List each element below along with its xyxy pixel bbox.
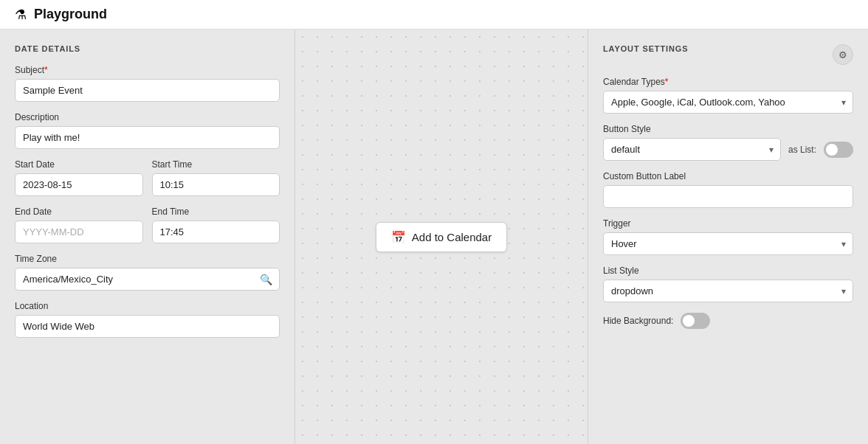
calendar-types-select[interactable]: Apple, Google, iCal, Outlook.com, Yahoo — [603, 91, 853, 114]
start-date-input[interactable] — [15, 173, 143, 196]
list-style-wrapper: dropdown ▾ — [603, 280, 853, 302]
subject-group: Subject* — [15, 65, 280, 102]
page-title: Playground — [34, 7, 107, 22]
end-date-input[interactable] — [15, 221, 143, 243]
left-panel: DATE DETAILS Subject* Description Start … — [0, 30, 295, 444]
location-input[interactable] — [15, 315, 280, 338]
start-date-label: Start Date — [15, 159, 143, 170]
location-label: Location — [15, 301, 280, 311]
timezone-input[interactable] — [15, 268, 280, 291]
timezone-label: Time Zone — [15, 254, 280, 264]
list-style-select[interactable]: dropdown — [603, 280, 853, 302]
list-style-group: List Style dropdown ▾ — [603, 266, 853, 302]
gear-icon: ⚙ — [838, 49, 847, 60]
trigger-group: Trigger Hover ▾ — [603, 218, 853, 255]
date-details-title: DATE DETAILS — [15, 44, 280, 53]
timezone-wrapper: 🔍 — [15, 268, 280, 291]
add-to-calendar-label: Add to Calendar — [412, 231, 492, 243]
calendar-icon: 📅 — [391, 230, 406, 244]
end-date-group: End Date — [15, 207, 143, 243]
center-panel: 📅 Add to Calendar — [295, 30, 588, 444]
toggle-slider — [681, 313, 710, 329]
timezone-group: Time Zone 🔍 — [15, 254, 280, 291]
toggle-slider — [824, 142, 853, 158]
description-group: Description — [15, 112, 280, 149]
hide-background-label: Hide Background: — [603, 316, 673, 326]
calendar-types-wrapper: Apple, Google, iCal, Outlook.com, Yahoo … — [603, 91, 853, 114]
trigger-select[interactable]: Hover — [603, 232, 853, 255]
button-style-row: default ▾ as List: — [603, 138, 853, 161]
calendar-types-required: * — [665, 77, 669, 87]
custom-button-label-label: Custom Button Label — [603, 171, 853, 181]
end-time-group: End Time — [152, 207, 280, 243]
list-style-label: List Style — [603, 266, 853, 276]
right-panel: LAYOUT SETTINGS ⚙ Calendar Types* Apple,… — [588, 30, 868, 444]
start-time-input[interactable] — [152, 173, 280, 196]
start-row: Start Date Start Time — [15, 159, 280, 207]
layout-settings-header: LAYOUT SETTINGS ⚙ — [603, 44, 853, 65]
add-to-calendar-button[interactable]: 📅 Add to Calendar — [376, 222, 507, 252]
playground-icon: ⚗ — [15, 7, 27, 23]
location-group: Location — [15, 301, 280, 338]
hide-background-group: Hide Background: — [603, 313, 853, 329]
end-time-label: End Time — [152, 207, 280, 217]
end-date-label: End Date — [15, 207, 143, 217]
start-time-group: Start Time — [152, 159, 280, 196]
subject-required: * — [44, 65, 48, 75]
trigger-label: Trigger — [603, 218, 853, 229]
button-style-select[interactable]: default — [603, 138, 781, 161]
hide-background-toggle[interactable] — [681, 313, 710, 329]
calendar-types-group: Calendar Types* Apple, Google, iCal, Out… — [603, 77, 853, 114]
trigger-wrapper: Hover ▾ — [603, 232, 853, 255]
description-input[interactable] — [15, 126, 280, 149]
settings-gear-button[interactable]: ⚙ — [833, 44, 853, 65]
start-time-label: Start Time — [152, 159, 280, 170]
subject-input[interactable] — [15, 79, 280, 102]
main-content: DATE DETAILS Subject* Description Start … — [0, 30, 868, 444]
custom-button-label-group: Custom Button Label — [603, 171, 853, 208]
subject-label: Subject* — [15, 65, 280, 75]
button-style-wrapper: default ▾ — [603, 138, 781, 161]
custom-button-label-input[interactable] — [603, 185, 853, 208]
as-list-toggle[interactable] — [824, 142, 853, 158]
as-list-label: as List: — [788, 145, 816, 155]
button-style-group: Button Style default ▾ as List: — [603, 124, 853, 161]
end-row: End Date End Time — [15, 207, 280, 254]
calendar-types-label: Calendar Types* — [603, 77, 853, 87]
button-style-label: Button Style — [603, 124, 853, 134]
header: ⚗ Playground — [0, 0, 868, 30]
layout-settings-title: LAYOUT SETTINGS — [603, 44, 688, 53]
start-date-group: Start Date — [15, 159, 143, 196]
end-time-input[interactable] — [152, 221, 280, 243]
description-label: Description — [15, 112, 280, 122]
